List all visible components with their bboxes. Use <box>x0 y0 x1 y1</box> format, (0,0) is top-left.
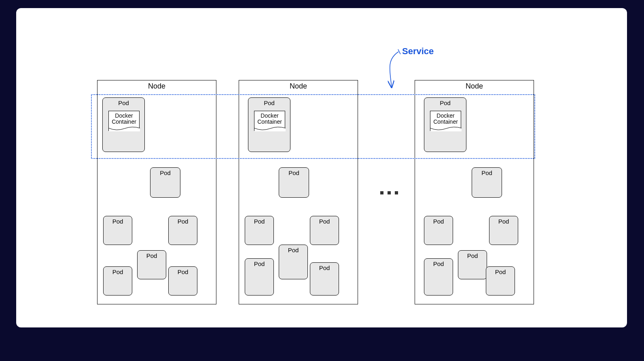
docker-container: DockerContainer <box>108 111 140 131</box>
pod-label: Pod <box>310 216 339 225</box>
pod-label: Pod <box>424 98 466 106</box>
service-label: Service <box>402 46 434 57</box>
pod-label: Pod <box>310 263 339 271</box>
pod-label: Pod <box>150 168 180 176</box>
ellipsis-icon <box>380 191 398 194</box>
docker-container: DockerContainer <box>254 111 285 131</box>
pod: Pod <box>489 216 518 245</box>
pod-label: Pod <box>279 168 309 176</box>
pod-label: Pod <box>424 259 453 267</box>
pod: Pod <box>279 245 308 279</box>
node-box-1: NodePodDockerContainer PodPodPodPodPodPo… <box>239 80 358 304</box>
pod-label: Pod <box>169 216 197 225</box>
node-title: Node <box>415 80 534 92</box>
pod: Pod <box>103 216 132 245</box>
pod: Pod <box>424 258 453 296</box>
pod: Pod <box>168 216 197 245</box>
pod-label: Pod <box>472 168 502 176</box>
pod-label: Pod <box>279 245 307 253</box>
pod: Pod <box>245 258 274 296</box>
service-pod: PodDockerContainer <box>102 97 145 152</box>
pod: Pod <box>310 262 339 296</box>
node-box-2: NodePodDockerContainer PodPodPodPodPodPo… <box>415 80 534 304</box>
pod-label: Pod <box>489 216 518 225</box>
pod-label: Pod <box>103 98 144 106</box>
pod: Pod <box>137 250 166 279</box>
node-box-0: NodePodDockerContainer PodPodPodPodPodPo… <box>97 80 216 304</box>
pod: Pod <box>310 216 339 245</box>
node-title: Node <box>97 80 216 92</box>
pod-label: Pod <box>104 216 132 225</box>
docker-container: DockerContainer <box>430 111 461 131</box>
pod-label: Pod <box>245 216 273 225</box>
pod-label: Pod <box>245 259 273 267</box>
pod-label: Pod <box>104 267 132 275</box>
node-title: Node <box>239 80 358 92</box>
pod: Pod <box>150 167 180 198</box>
pod: Pod <box>279 167 309 198</box>
pod: Pod <box>103 266 132 296</box>
pod-label: Pod <box>138 251 166 259</box>
pod-label: Pod <box>169 267 197 275</box>
service-pod: PodDockerContainer <box>424 97 466 152</box>
pod: Pod <box>458 250 487 279</box>
svg-line-0 <box>398 49 400 54</box>
pod: Pod <box>486 266 515 296</box>
diagram-canvas: NodePodDockerContainer PodPodPodPodPodPo… <box>16 8 627 327</box>
service-pod: PodDockerContainer <box>248 97 290 152</box>
pod-label: Pod <box>458 251 487 259</box>
pod-label: Pod <box>486 267 515 275</box>
pod: Pod <box>472 167 502 198</box>
pod: Pod <box>245 216 274 245</box>
pod-label: Pod <box>424 216 453 225</box>
pod-label: Pod <box>248 98 290 106</box>
pod: Pod <box>168 266 197 296</box>
pod: Pod <box>424 216 453 245</box>
